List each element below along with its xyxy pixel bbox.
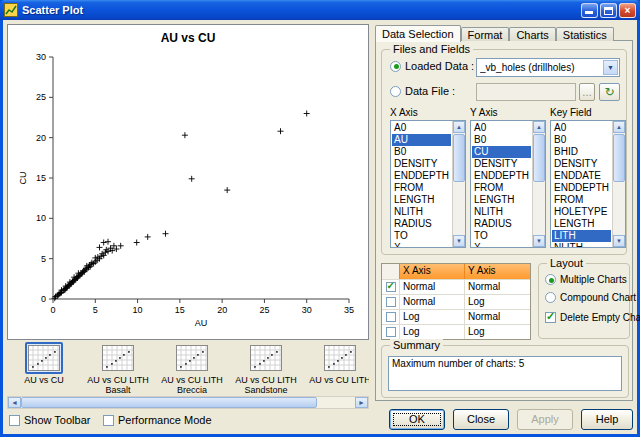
close-dialog-button[interactable]: Close [453, 409, 509, 430]
list-item[interactable]: X [472, 242, 531, 248]
list-item[interactable]: A0 [472, 122, 531, 134]
multiple-charts-radio[interactable] [545, 274, 556, 285]
compound-chart-option[interactable]: Compound Chart [545, 292, 636, 303]
hscrollbar-thumb[interactable] [21, 397, 317, 408]
show-toolbar-option[interactable]: Show Toolbar [9, 414, 90, 426]
vscrollbar-thumb[interactable] [613, 134, 625, 182]
scroll-up-arrow[interactable]: ▲ [453, 121, 465, 133]
refresh-button[interactable]: ↻ [599, 83, 620, 101]
data-file-input[interactable] [476, 83, 576, 101]
thumbnail-scrollbar[interactable]: ◄ ► [7, 396, 369, 409]
tab-statistics[interactable]: Statistics [556, 27, 614, 41]
help-button[interactable]: Help [581, 409, 633, 430]
delete-empty-charts-checkbox[interactable] [545, 312, 556, 323]
scroll-up-arrow[interactable]: ▲ [533, 121, 545, 133]
multiple-charts-option[interactable]: Multiple Charts [545, 274, 627, 285]
list-item[interactable]: AU [392, 134, 451, 146]
scroll-down-arrow[interactable]: ▼ [613, 235, 625, 247]
ok-button[interactable]: OK [389, 409, 445, 430]
list-item[interactable]: NLITH [472, 206, 531, 218]
maximize-button[interactable] [600, 3, 617, 18]
chart-thumbnail[interactable]: AU vs CU LITH Sandstone [229, 342, 303, 394]
browse-button[interactable]: … [579, 83, 595, 101]
list-item[interactable]: ENDDEPTH [392, 170, 451, 182]
axis-table-row[interactable]: LogNormal [382, 309, 530, 324]
y-scale-cell[interactable]: Log [464, 325, 530, 339]
list-item[interactable]: FROM [472, 182, 531, 194]
loaded-data-radio[interactable] [390, 61, 401, 72]
list-item[interactable]: FROM [552, 194, 611, 206]
list-item[interactable]: A0 [552, 122, 611, 134]
row-checkbox[interactable] [386, 297, 396, 307]
close-button[interactable]: × [619, 3, 636, 18]
list-item[interactable]: NLITH [392, 206, 451, 218]
list-item[interactable]: X [392, 242, 451, 248]
x-scale-cell[interactable]: Normal [399, 280, 464, 294]
axis-table-row[interactable]: NormalNormal [382, 279, 530, 294]
chart-thumbnail[interactable]: AU vs CU LITH [303, 342, 369, 394]
listbox-x-axis[interactable]: A0AUB0DENSITYENDDEPTHFROMLENGTHNLITHRADI… [390, 120, 466, 248]
list-item[interactable]: ENDDATE [552, 170, 611, 182]
list-item[interactable]: B0 [472, 134, 531, 146]
list-item[interactable]: LENGTH [552, 218, 611, 230]
vscrollbar-thumb[interactable] [453, 134, 465, 182]
scroll-left-arrow[interactable]: ◄ [8, 397, 21, 408]
x-scale-cell[interactable]: Normal [399, 295, 464, 309]
axis-table-row[interactable]: LogLog [382, 324, 530, 339]
list-scrollbar[interactable]: ▲▼ [452, 121, 465, 247]
list-item[interactable]: DENSITY [552, 158, 611, 170]
row-checkbox[interactable] [386, 327, 396, 337]
list-item[interactable]: HOLETYPE [552, 206, 611, 218]
scroll-down-arrow[interactable]: ▼ [533, 235, 545, 247]
list-item[interactable]: RADIUS [472, 218, 531, 230]
performance-mode-option[interactable]: Performance Mode [103, 414, 212, 426]
show-toolbar-checkbox[interactable] [9, 415, 20, 426]
x-scale-cell[interactable]: Log [399, 325, 464, 339]
chart-thumbnail[interactable]: AU vs CU [7, 342, 81, 394]
list-item[interactable]: NLITH [552, 242, 611, 248]
x-scale-cell[interactable]: Log [399, 310, 464, 324]
scroll-right-arrow[interactable]: ► [355, 397, 368, 408]
list-item[interactable]: LENGTH [472, 194, 531, 206]
compound-chart-radio[interactable] [545, 292, 556, 303]
scroll-down-arrow[interactable]: ▼ [453, 235, 465, 247]
list-item[interactable]: TO [392, 230, 451, 242]
vscrollbar-thumb[interactable] [533, 134, 545, 182]
list-scrollbar[interactable]: ▲▼ [612, 121, 625, 247]
titlebar[interactable]: Scatter Plot × [0, 0, 640, 20]
minimize-button[interactable] [581, 3, 598, 18]
row-checkbox[interactable] [386, 282, 396, 292]
list-scrollbar[interactable]: ▲▼ [532, 121, 545, 247]
chart-thumbnail[interactable]: AU vs CU LITH Basalt [81, 342, 155, 394]
y-scale-cell[interactable]: Log [464, 295, 530, 309]
list-item[interactable]: B0 [552, 134, 611, 146]
list-item[interactable]: RADIUS [392, 218, 451, 230]
y-scale-cell[interactable]: Normal [464, 280, 530, 294]
loaded-data-combo[interactable]: _vb_holes (drillholes) ▼ [476, 58, 620, 77]
listbox-y-axis[interactable]: A0B0CUDENSITYENDDEPTHFROMLENGTHNLITHRADI… [470, 120, 546, 248]
apply-button[interactable]: Apply [517, 409, 573, 430]
combo-dropdown-icon[interactable]: ▼ [603, 60, 618, 75]
tab-charts[interactable]: Charts [509, 27, 555, 41]
tab-format[interactable]: Format [461, 27, 510, 41]
delete-empty-charts-option[interactable]: Delete Empty Charts [545, 312, 640, 323]
list-item[interactable]: A0 [392, 122, 451, 134]
list-item[interactable]: B0 [392, 146, 451, 158]
list-item[interactable]: ENDDEPTH [472, 170, 531, 182]
loaded-data-option[interactable]: Loaded Data : [390, 60, 474, 72]
axis-table-row[interactable]: NormalLog [382, 294, 530, 309]
data-file-option[interactable]: Data File : [390, 85, 455, 97]
list-item[interactable]: CU [472, 146, 531, 158]
list-item[interactable]: ENDDEPTH [552, 182, 611, 194]
chart-thumbnail[interactable]: AU vs CU LITH Breccia [155, 342, 229, 394]
list-item[interactable]: FROM [392, 182, 451, 194]
scroll-up-arrow[interactable]: ▲ [613, 121, 625, 133]
list-item[interactable]: TO [472, 230, 531, 242]
listbox-key-field[interactable]: A0B0BHIDDENSITYENDDATEENDDEPTHFROMHOLETY… [550, 120, 626, 248]
list-item[interactable]: LITH [552, 230, 611, 242]
list-item[interactable]: DENSITY [392, 158, 451, 170]
tab-data-selection[interactable]: Data Selection [375, 25, 461, 42]
list-item[interactable]: DENSITY [472, 158, 531, 170]
list-item[interactable]: BHID [552, 146, 611, 158]
row-checkbox[interactable] [386, 312, 396, 322]
